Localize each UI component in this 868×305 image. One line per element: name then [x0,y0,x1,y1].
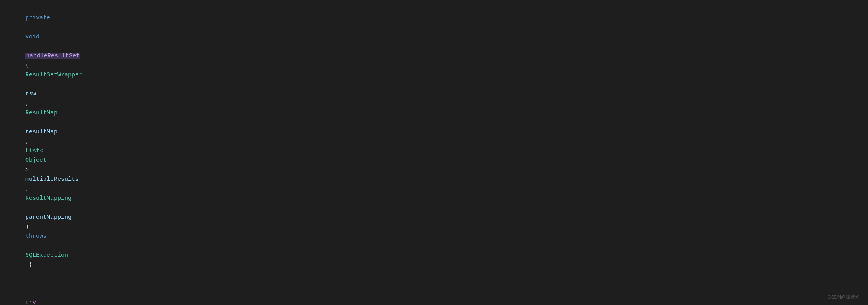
keyword-try: try [25,299,36,305]
type-List: List< [25,148,43,154]
type-ResultSetWrapper: ResultSetWrapper [25,72,82,78]
code-line-2: try { [0,279,868,305]
param-rsw: rsw [25,91,36,97]
param-parentMapping: parentMapping [25,214,72,221]
keyword-throws: throws [25,233,47,240]
param-multipleResults: multipleResults [25,176,79,183]
keyword-private: private [25,15,50,21]
method-name-handleResultSet: handleResultSet [25,53,80,59]
type-Object: Object [25,157,47,164]
type-ResultMap: ResultMap [25,110,57,116]
param-resultMap: resultMap [25,129,57,135]
type-SQLException: SQLException [25,252,68,259]
line-1-content: private void handleResultSet ( ResultSet… [4,4,860,279]
code-line-1: private void handleResultSet ( ResultSet… [0,4,868,279]
keyword-void: void [25,34,40,40]
code-editor: private void handleResultSet ( ResultSet… [0,0,868,305]
type-ResultMapping: ResultMapping [25,195,72,202]
watermark: CSDN@猿鸢鱼 [828,294,860,301]
